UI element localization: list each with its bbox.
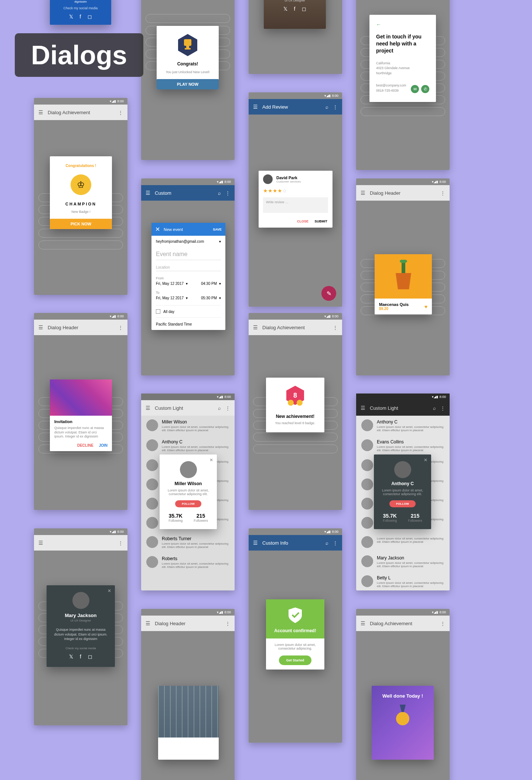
avatar (180, 461, 197, 478)
account-confirmed-card: Account confirmed! Lorem ipsum dolor sit… (266, 599, 324, 670)
svg-point-9 (400, 260, 407, 263)
menu-icon[interactable]: ☰ (361, 620, 365, 626)
save-button[interactable]: SAVE (213, 228, 222, 231)
menu-icon[interactable]: ☰ (146, 405, 150, 411)
list-item[interactable]: Betty LLorem ipsum dolor sit amet, conse… (356, 572, 450, 592)
trophy-icon (177, 33, 199, 57)
facebook-icon[interactable]: f (80, 14, 81, 20)
search-icon[interactable]: ⌕ (218, 405, 221, 411)
get-started-button[interactable]: Get Started (279, 655, 312, 665)
menu-icon[interactable]: ☰ (361, 405, 365, 411)
phone-icon[interactable]: ✆ (421, 85, 429, 93)
review-textarea[interactable]: Write review … (263, 197, 328, 213)
twitter-icon[interactable]: 𝕏 (69, 654, 73, 660)
list-item[interactable]: Anthony CLorem ipsum dolor sit amet, con… (356, 416, 450, 436)
menu-icon[interactable]: ☰ (38, 540, 43, 546)
more-icon[interactable]: ⋮ (333, 540, 338, 546)
avatar (146, 517, 158, 529)
list-item[interactable]: RobertsLorem ipsum dolor sit amet, conse… (141, 552, 235, 572)
chevron-down-icon[interactable]: ▾ (219, 239, 221, 243)
office-image (158, 686, 219, 738)
avatar (361, 555, 373, 567)
location-input[interactable]: Location (156, 265, 221, 271)
avatar (361, 575, 373, 587)
close-icon[interactable]: ✕ (209, 457, 213, 463)
social-card-top: Quisque imperdiet nunc at massa dictum v… (50, 0, 111, 25)
back-icon[interactable]: ← (376, 21, 429, 27)
pick-now-button[interactable]: PICK NOW (50, 219, 112, 229)
more-icon[interactable]: ⋮ (118, 540, 123, 546)
heart-icon[interactable]: ♥ (424, 304, 427, 310)
avatar (361, 498, 373, 510)
champion-card: Congratulations ! ♔ CHAMPION New Badge !… (50, 156, 112, 229)
office-image-card (158, 686, 219, 760)
more-icon[interactable]: ⋮ (118, 325, 123, 330)
close-button[interactable]: CLOSE (297, 219, 308, 223)
menu-icon[interactable]: ☰ (253, 104, 258, 110)
svg-text:8: 8 (293, 392, 297, 399)
avatar (146, 498, 158, 510)
mary-jackson-card: ✕ Mary Jackson UI UX Designer Quisque im… (47, 585, 115, 667)
instagram-icon[interactable]: ◻ (302, 6, 306, 12)
more-icon[interactable]: ⋮ (225, 405, 230, 411)
follow-button[interactable]: FOLLOW (175, 500, 201, 507)
more-icon[interactable]: ⋮ (440, 190, 445, 196)
event-name-input[interactable]: Event name (156, 251, 221, 260)
close-icon[interactable]: ✕ (155, 226, 160, 233)
medal-icon (392, 704, 413, 728)
allday-checkbox[interactable] (156, 309, 160, 314)
search-icon[interactable]: ⌕ (433, 405, 436, 411)
menu-icon[interactable]: ☰ (146, 190, 150, 196)
svg-point-7 (297, 400, 303, 406)
play-now-button[interactable]: PLAY NOW (157, 79, 219, 89)
edit-fab[interactable]: ✎ (321, 286, 336, 301)
menu-icon[interactable]: ☰ (38, 109, 43, 115)
twitter-icon[interactable]: 𝕏 (283, 6, 287, 12)
close-icon[interactable]: ✕ (108, 588, 111, 593)
menu-icon[interactable]: ☰ (146, 620, 150, 626)
svg-rect-3 (185, 48, 191, 50)
adams-green-card: Adams Green UI UX Designer 𝕏 f ◻ (264, 0, 326, 29)
more-icon[interactable]: ⋮ (440, 405, 445, 411)
menu-icon[interactable]: ☰ (253, 324, 258, 330)
instagram-icon[interactable]: ◻ (88, 14, 92, 20)
avatar (361, 536, 373, 548)
search-icon[interactable]: ⌕ (218, 190, 221, 196)
twitter-icon[interactable]: 𝕏 (69, 14, 73, 20)
email-icon[interactable]: ✉ (411, 85, 419, 93)
star-rating[interactable]: ★★★★☆ (259, 188, 332, 194)
join-button[interactable]: JOIN (99, 443, 108, 447)
avatar (361, 459, 373, 471)
close-icon[interactable]: ✕ (424, 457, 427, 463)
submit-button[interactable]: SUBMIT (315, 219, 328, 223)
more-icon[interactable]: ⋮ (118, 110, 123, 115)
decline-button[interactable]: DECLINE (77, 443, 93, 447)
list-item[interactable]: Anthony CLorem ipsum dolor sit amet, con… (141, 436, 235, 456)
product-card: Maecenas Quis $9.20 ♥ (375, 254, 432, 314)
more-icon[interactable]: ⋮ (225, 190, 230, 196)
avatar (146, 556, 158, 568)
list-item[interactable]: Lorem ipsum dolor sit amet, consectetur … (356, 532, 450, 552)
list-item[interactable]: Mary JacksonLorem ipsum dolor sit amet, … (356, 552, 450, 572)
more-icon[interactable]: ⋮ (333, 104, 338, 110)
menu-icon[interactable]: ☰ (253, 540, 258, 546)
list-item[interactable]: Evans CollinsLorem ipsum dolor sit amet,… (356, 436, 450, 456)
list-item[interactable]: Roberts TurnerLorem ipsum dolor sit amet… (141, 532, 235, 552)
search-icon[interactable]: ⌕ (325, 104, 328, 110)
instagram-icon[interactable]: ◻ (88, 654, 92, 660)
congrats-card: Congrats! You just Unlocked New Level! P… (157, 26, 219, 89)
menu-icon[interactable]: ☰ (361, 190, 365, 196)
avatar (361, 439, 373, 451)
facebook-icon[interactable]: f (80, 654, 81, 660)
more-icon[interactable]: ⋮ (440, 621, 445, 626)
more-icon[interactable]: ⋮ (225, 621, 230, 626)
invitation-card: Invitation Quisque imperdiet nunc at mas… (50, 379, 112, 451)
shield-check-icon (287, 607, 303, 624)
search-icon[interactable]: ⌕ (325, 540, 328, 546)
more-icon[interactable]: ⋮ (333, 325, 338, 330)
facebook-icon[interactable]: f (294, 6, 296, 12)
follow-button[interactable]: FOLLOW (389, 500, 416, 507)
miller-wilson-card: ✕ Miller Wilson Lorem ipsum dolor sit am… (160, 454, 217, 529)
list-item[interactable]: Miller WilsonLorem ipsum dolor sit amet,… (141, 416, 235, 436)
menu-icon[interactable]: ☰ (38, 324, 43, 330)
